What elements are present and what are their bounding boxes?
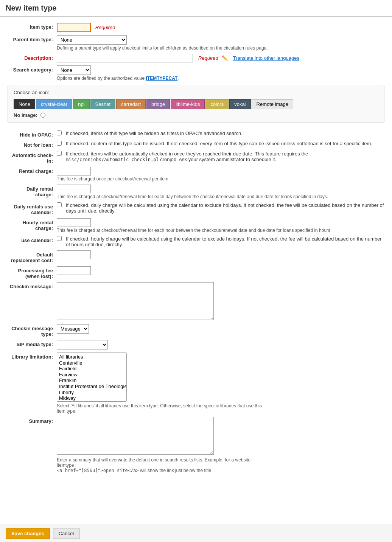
icon-seshat-button[interactable]: Seshat [90, 99, 115, 109]
library-limitation-label: Library limitation: [8, 353, 57, 360]
description-label: Description: [8, 54, 57, 61]
summary-help: Enter a summary that will overwrite the … [57, 457, 269, 473]
parent-item-type-help: Defining a parent type will apply checko… [57, 45, 384, 51]
item-type-label: Item type: [8, 23, 57, 30]
hide-in-opac-checkbox[interactable] [57, 130, 62, 135]
hourly-rental-charge-label: Hourly rental charge: [8, 218, 57, 231]
rental-charge-label: Rental charge: [8, 167, 57, 174]
not-for-loan-help: If checked, no item of this type can be … [66, 141, 372, 146]
automatic-checkin-label: Automatic check-in: [8, 151, 57, 164]
icon-liblime-kids-button[interactable]: liblime-kids [171, 99, 205, 109]
default-replacement-cost-label: Default replacement cost: [8, 250, 57, 263]
icon-colors-button[interactable]: colors [205, 99, 229, 109]
not-for-loan-label: Not for loan: [8, 141, 57, 148]
hide-in-opac-help: If checked, items of this type will be h… [66, 130, 243, 136]
daily-rental-charge-input[interactable]: 0.00 [57, 185, 91, 193]
search-category-label: Search category: [8, 65, 57, 73]
hourly-rental-charge-help: This fee is charged at checkout/renewal … [57, 228, 384, 233]
parent-item-type-label: Parent item type: [8, 35, 57, 42]
search-category-select[interactable]: None [57, 65, 91, 75]
not-for-loan-checkbox[interactable] [57, 141, 62, 146]
hourly-use-calendar-checkbox[interactable] [57, 236, 62, 241]
sip-media-type-label: SIP media type: [8, 340, 57, 347]
processing-fee-input[interactable]: 0.00 [57, 266, 91, 275]
translate-link[interactable]: Translate into other languages [233, 55, 299, 61]
processing-fee-label: Processing fee (when lost): [8, 266, 57, 279]
icon-section-label: Choose an icon: [14, 90, 378, 95]
sip-media-type-select[interactable] [57, 340, 108, 349]
daily-rentals-calendar-checkbox[interactable] [57, 202, 62, 207]
daily-rental-charge-help: This fee is charged at checkout/renewal … [57, 194, 384, 199]
checkin-message-type-label: Checkin message type: [8, 324, 57, 337]
icon-none-button[interactable]: None [14, 99, 35, 109]
icon-vokal-button[interactable]: vokal [229, 99, 250, 109]
rental-charge-help: This fee is charged once per checkout/re… [57, 176, 384, 182]
itemtypecat-link[interactable]: ITEMTYPECAT [146, 76, 178, 81]
icon-remote-image-button[interactable]: Remote image [252, 99, 294, 109]
icon-section: Choose an icon: None crystal-clear npl S… [8, 85, 384, 123]
search-category-help: Options are defined by the authorized va… [57, 76, 384, 81]
parent-item-type-select[interactable]: None [57, 35, 127, 45]
description-required: Required [198, 55, 218, 61]
icon-bridge-button[interactable]: bridge [146, 99, 170, 109]
daily-rental-charge-label: Daily rental charge: [8, 185, 57, 197]
no-image-radio[interactable] [40, 113, 45, 118]
checkin-message-label: Checkin message: [8, 282, 57, 289]
daily-rentals-calendar-label: Daily rentals use calendar: [8, 202, 57, 215]
automatic-checkin-checkbox[interactable] [57, 151, 62, 156]
page-title: New item type [0, 0, 392, 17]
description-input[interactable] [57, 54, 193, 62]
hide-in-opac-label: Hide in OPAC: [8, 130, 57, 138]
item-type-input[interactable] [57, 23, 91, 32]
checkin-message-type-select[interactable]: Message Note [57, 324, 89, 334]
icon-npl-button[interactable]: npl [73, 99, 89, 109]
hourly-use-calendar-label: use calendar: [8, 236, 57, 243]
rental-charge-input[interactable]: 0.00 [57, 167, 91, 175]
library-limitation-help: Select 'All libraries' if all libraries … [57, 403, 269, 414]
summary-textarea[interactable] [57, 417, 214, 455]
default-replacement-cost-input[interactable]: 0.00 [57, 250, 91, 259]
no-image-label: No image: [14, 112, 37, 118]
checkin-message-textarea[interactable] [57, 282, 214, 320]
daily-rentals-calendar-help: If checked, daily charge will be calcula… [66, 202, 384, 214]
icon-carredart-button[interactable]: carredart [116, 99, 146, 109]
pencil-icon: ✏️ [222, 55, 228, 61]
no-image-row: No image: [14, 112, 378, 118]
automatic-checkin-help: If checked, items will be automatically … [66, 151, 384, 162]
library-limitation-select[interactable]: All librariesCentervilleFairfieldFairvie… [57, 353, 127, 402]
hourly-use-calendar-help: If checked, hourly charge will be calcul… [66, 236, 384, 247]
summary-label: Summary: [8, 417, 57, 424]
icon-buttons: None crystal-clear npl Seshat carredart … [14, 99, 378, 109]
item-type-required: Required [95, 25, 115, 30]
hourly-rental-charge-input[interactable]: 0.00 [57, 218, 91, 227]
icon-crystal-clear-button[interactable]: crystal-clear [36, 99, 72, 109]
